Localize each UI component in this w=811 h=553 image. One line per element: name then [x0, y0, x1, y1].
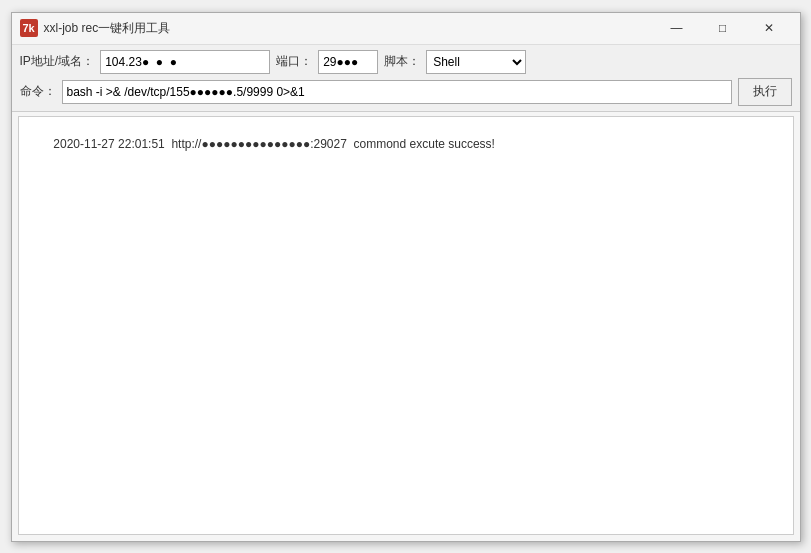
port-input[interactable] — [318, 50, 378, 74]
output-text: 2020-11-27 22:01:51 http://●●●●●●●●●●●●●… — [53, 137, 495, 151]
maximize-button[interactable]: □ — [700, 12, 746, 44]
ip-input[interactable] — [100, 50, 270, 74]
form-area: IP地址/域名： 端口： 脚本： Shell Python Groovy 命令：… — [12, 45, 800, 112]
window-title: xxl-job rec一键利用工具 — [44, 20, 654, 37]
port-label: 端口： — [276, 53, 312, 70]
title-bar: 7k xxl-job rec一键利用工具 — □ ✕ — [12, 13, 800, 45]
output-area: 2020-11-27 22:01:51 http://●●●●●●●●●●●●●… — [18, 116, 794, 535]
main-window: 7k xxl-job rec一键利用工具 — □ ✕ IP地址/域名： 端口： … — [11, 12, 801, 542]
script-select[interactable]: Shell Python Groovy — [426, 50, 526, 74]
execute-button[interactable]: 执行 — [738, 78, 792, 106]
command-label: 命令： — [20, 83, 56, 100]
window-controls: — □ ✕ — [654, 12, 792, 44]
command-input[interactable] — [62, 80, 732, 104]
row-ip: IP地址/域名： 端口： 脚本： Shell Python Groovy — [20, 50, 792, 74]
close-button[interactable]: ✕ — [746, 12, 792, 44]
script-label: 脚本： — [384, 53, 420, 70]
ip-label: IP地址/域名： — [20, 53, 95, 70]
minimize-button[interactable]: — — [654, 12, 700, 44]
row-command: 命令： 执行 — [20, 78, 792, 106]
app-icon: 7k — [20, 19, 38, 37]
